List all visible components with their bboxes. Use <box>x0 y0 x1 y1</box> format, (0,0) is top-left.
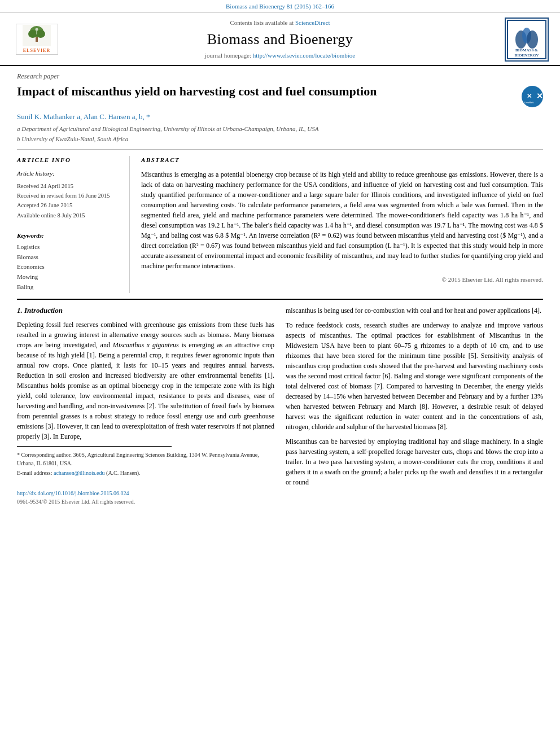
elsevier-text: ELSEVIER <box>23 47 50 54</box>
abstract-heading: ABSTRACT <box>141 156 543 165</box>
paper-title-text: Impact of miscanthus yield on harvesting… <box>17 84 516 100</box>
sciencedirect-line: Contents lists available at ScienceDirec… <box>68 19 492 28</box>
journal-badge-area: BIOMASS & BIOENERGY <box>498 18 549 62</box>
svg-text:BIOMASS &: BIOMASS & <box>515 48 538 53</box>
svg-point-5 <box>36 28 38 31</box>
journal-header: ELSEVIER Contents lists available at Sci… <box>0 12 560 66</box>
accepted-date: Accepted 26 June 2015 <box>17 201 121 209</box>
page: Biomass and Bioenergy 81 (2015) 162–166 … <box>0 0 560 747</box>
main-content: Research paper Impact of miscanthus yiel… <box>0 66 560 512</box>
abstract-text: Miscanthus is emerging as a potential bi… <box>141 169 543 271</box>
footnote-star: * Corresponding author. 360S, Agricultur… <box>17 451 274 468</box>
citation-bar: Biomass and Bioenergy 81 (2015) 162–166 <box>0 0 560 12</box>
article-info-abstract: ARTICLE INFO Article history: Received 2… <box>17 156 543 293</box>
svg-point-2 <box>28 30 37 38</box>
header-divider <box>17 150 543 150</box>
issn-line: 0961-9534/© 2015 Elsevier Ltd. All right… <box>17 498 274 506</box>
species-name: Miscanthus x giganteus <box>113 341 179 349</box>
intro-para2: miscanthus is being used for co-combusti… <box>286 305 543 316</box>
keyword-4: Mowing <box>17 273 121 282</box>
doi-line[interactable]: http://dx.doi.org/10.1016/j.biombioe.201… <box>17 490 274 498</box>
authors-line: Sunil K. Mathanker a, Alan C. Hansen a, … <box>17 112 543 123</box>
tree-graphic <box>23 25 51 46</box>
homepage-label: journal homepage: <box>205 52 251 59</box>
crossmark-svg: ✕ CrossMark <box>522 86 536 107</box>
article-history-label: Article history: <box>17 169 121 178</box>
contents-text: Contents lists available at <box>230 19 294 26</box>
article-type: Research paper <box>17 72 543 81</box>
intro-para1: Depleting fossil fuel reserves combined … <box>17 320 274 442</box>
svg-rect-4 <box>36 37 38 42</box>
intro-para4: Miscanthus can be harvested by employing… <box>286 436 543 487</box>
journal-title: Biomass and Bioenergy <box>68 29 492 50</box>
copyright: © 2015 Elsevier Ltd. All rights reserved… <box>141 276 543 285</box>
crossmark-icon[interactable]: ✕ CrossMark <box>522 86 543 107</box>
footnote-divider <box>17 446 172 447</box>
body-col-left: 1. Introduction Depleting fossil fuel re… <box>17 305 274 506</box>
affiliation-b: b University of KwaZulu-Natal, South Afr… <box>17 135 543 144</box>
article-info-heading: ARTICLE INFO <box>17 156 121 165</box>
keyword-2: Biomass <box>17 253 121 262</box>
homepage-line: journal homepage: http://www.elsevier.co… <box>68 51 492 60</box>
revised-date: Received in revised form 16 June 2015 <box>17 191 121 200</box>
email-name: (A.C. Hansen). <box>106 470 141 476</box>
svg-point-10 <box>527 30 538 49</box>
svg-text:✕: ✕ <box>527 93 532 100</box>
paper-title-area: Impact of miscanthus yield on harvesting… <box>17 84 543 107</box>
keyword-1: Logistics <box>17 243 121 252</box>
elsevier-logo: ELSEVIER <box>16 24 58 55</box>
email-link[interactable]: achansen@illinois.edu <box>54 470 105 476</box>
email-label: E-mail address: <box>17 470 52 476</box>
body-content: 1. Introduction Depleting fossil fuel re… <box>17 305 543 506</box>
keyword-5: Baling <box>17 283 121 292</box>
intro-heading: 1. Introduction <box>17 305 274 316</box>
abstract-col: ABSTRACT Miscanthus is emerging as a pot… <box>141 156 543 293</box>
svg-text:CrossMark: CrossMark <box>524 102 534 104</box>
received-date: Received 24 April 2015 <box>17 182 121 190</box>
body-divider <box>17 299 543 300</box>
journal-badge: BIOMASS & BIOENERGY <box>505 18 549 62</box>
keywords-label: Keywords: <box>17 231 121 241</box>
affiliation-a: a Department of Agricultural and Biologi… <box>17 125 543 134</box>
homepage-url[interactable]: http://www.elsevier.com/locate/biombioe <box>253 52 355 59</box>
footnote-email: E-mail address: achansen@illinois.edu (A… <box>17 469 274 478</box>
keyword-3: Economics <box>17 263 121 272</box>
citation-text: Biomass and Bioenergy 81 (2015) 162–166 <box>226 3 334 10</box>
svg-text:BIOENERGY: BIOENERGY <box>515 53 539 58</box>
elsevier-logo-area: ELSEVIER <box>11 24 62 55</box>
svg-point-3 <box>36 30 45 38</box>
body-col-right: miscanthus is being used for co-combusti… <box>286 305 543 506</box>
sciencedirect-link[interactable]: ScienceDirect <box>295 19 330 26</box>
badge-graphic: BIOMASS & BIOENERGY <box>507 20 546 59</box>
intro-para3: To reduce feedstock costs, research stud… <box>286 320 543 432</box>
article-info-col: ARTICLE INFO Article history: Received 2… <box>17 156 130 293</box>
journal-header-center: Contents lists available at ScienceDirec… <box>68 19 492 60</box>
available-date: Available online 8 July 2015 <box>17 211 121 220</box>
